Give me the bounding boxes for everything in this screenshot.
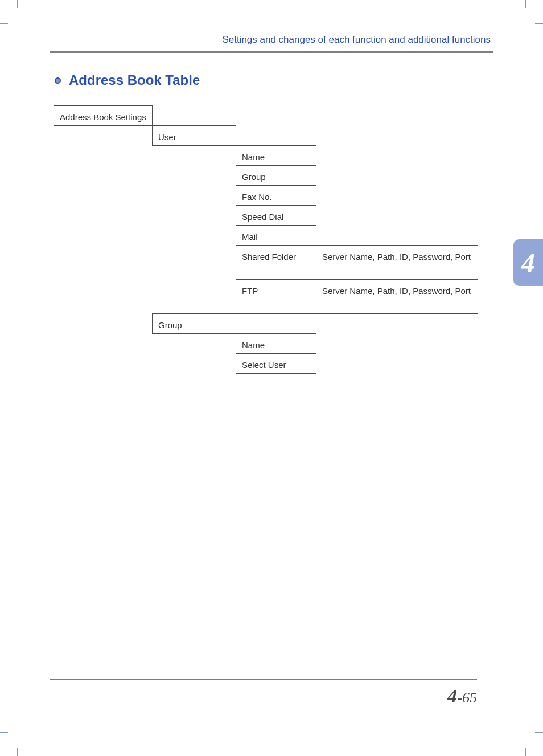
cell-user-faxno: Fax No.: [236, 185, 316, 206]
cell-root: Address Book Settings: [54, 105, 153, 126]
crop-mark: [535, 732, 543, 733]
footer-page: 65: [462, 689, 477, 706]
cell-user-mail: Mail: [236, 225, 316, 246]
crop-mark: [525, 0, 526, 8]
cell-group-name: Name: [236, 333, 316, 354]
section-heading: Address Book Table: [55, 72, 493, 88]
cell-user-sharedfolder-detail: Server Name, Path, ID, Password, Port: [316, 245, 478, 280]
cell-group-selectuser: Select User: [236, 353, 316, 374]
cell-user-ftp: FTP: [236, 279, 316, 314]
section-title: Address Book Table: [69, 72, 200, 88]
footer-chapter: 4: [447, 685, 457, 706]
page-footer: 4-65: [50, 679, 477, 707]
header-rule: [50, 51, 493, 53]
crop-mark: [525, 748, 526, 756]
footer-separator: -: [457, 689, 462, 706]
running-header: Settings and changes of each function an…: [50, 34, 493, 51]
cell-user-ftp-detail: Server Name, Path, ID, Password, Port: [316, 279, 478, 314]
crop-mark: [0, 23, 8, 24]
cell-group: Group: [152, 313, 236, 334]
page-content: Settings and changes of each function an…: [50, 34, 493, 105]
cell-user-group: Group: [236, 165, 316, 186]
cell-user-sharedfolder: Shared Folder: [236, 245, 316, 280]
crop-mark: [535, 23, 543, 24]
cell-user-speeddial: Speed Dial: [236, 205, 316, 226]
cell-user-name: Name: [236, 145, 316, 166]
crop-mark: [17, 748, 18, 756]
cell-user: User: [152, 125, 236, 146]
bullet-icon: [55, 77, 61, 84]
crop-mark: [17, 0, 18, 8]
crop-mark: [0, 732, 8, 733]
chapter-side-tab: 4: [513, 239, 543, 286]
